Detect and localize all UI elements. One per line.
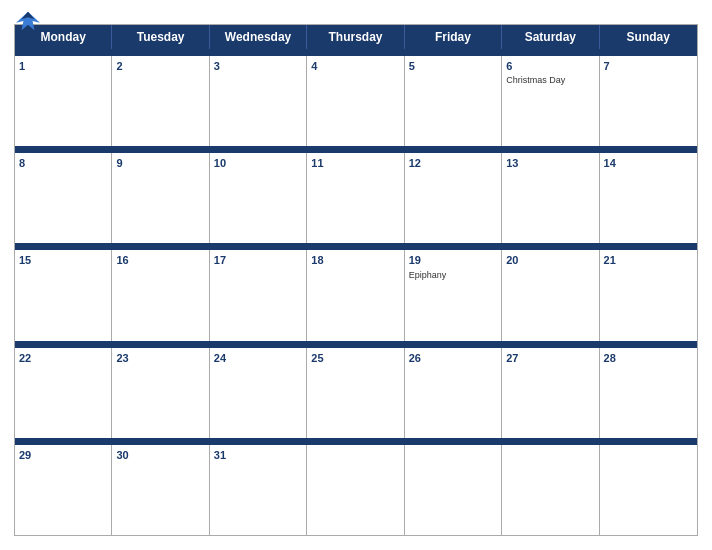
week-separator-4 [15, 438, 697, 445]
weekday-header-saturday: Saturday [502, 25, 599, 49]
day-number: 17 [214, 253, 302, 267]
cal-day-19: 19Epiphany [405, 250, 502, 340]
week-row-2: 1516171819Epiphany2021 [15, 250, 697, 340]
week-row-3: 22232425262728 [15, 348, 697, 438]
week-row-1: 891011121314 [15, 153, 697, 243]
day-number: 20 [506, 253, 594, 267]
cal-day-15: 15 [15, 250, 112, 340]
cal-day-23: 23 [112, 348, 209, 438]
week-separator-3 [15, 341, 697, 348]
cal-day-empty [307, 445, 404, 535]
day-number: 28 [604, 351, 693, 365]
cal-day-14: 14 [600, 153, 697, 243]
calendar-header [14, 10, 698, 18]
week-row-0: 123456Christmas Day7 [15, 56, 697, 146]
cal-day-2: 2 [112, 56, 209, 146]
day-number: 1 [19, 59, 107, 73]
day-number: 15 [19, 253, 107, 267]
cal-day-3: 3 [210, 56, 307, 146]
cal-day-9: 9 [112, 153, 209, 243]
day-number: 12 [409, 156, 497, 170]
cal-day-16: 16 [112, 250, 209, 340]
calendar-page: MondayTuesdayWednesdayThursdayFridaySatu… [0, 0, 712, 550]
day-number: 5 [409, 59, 497, 73]
day-number: 13 [506, 156, 594, 170]
cal-day-1: 1 [15, 56, 112, 146]
day-number: 10 [214, 156, 302, 170]
logo-bird-icon [14, 10, 42, 32]
day-number: 23 [116, 351, 204, 365]
weeks-container: 123456Christmas Day789101112131415161718… [15, 49, 697, 535]
cal-day-25: 25 [307, 348, 404, 438]
day-number: 14 [604, 156, 693, 170]
day-number: 25 [311, 351, 399, 365]
day-number: 2 [116, 59, 204, 73]
weekday-header-sunday: Sunday [600, 25, 697, 49]
cal-day-20: 20 [502, 250, 599, 340]
cal-day-30: 30 [112, 445, 209, 535]
cal-day-13: 13 [502, 153, 599, 243]
day-number: 30 [116, 448, 204, 462]
cal-day-8: 8 [15, 153, 112, 243]
day-event: Epiphany [409, 270, 497, 281]
cal-day-31: 31 [210, 445, 307, 535]
cal-day-6: 6Christmas Day [502, 56, 599, 146]
day-number: 21 [604, 253, 693, 267]
weekday-header-friday: Friday [405, 25, 502, 49]
day-number: 22 [19, 351, 107, 365]
day-number: 7 [604, 59, 693, 73]
week-separator-1 [15, 146, 697, 153]
day-number: 26 [409, 351, 497, 365]
cal-day-26: 26 [405, 348, 502, 438]
day-event: Christmas Day [506, 75, 594, 86]
cal-day-18: 18 [307, 250, 404, 340]
cal-day-11: 11 [307, 153, 404, 243]
weekday-header-wednesday: Wednesday [210, 25, 307, 49]
weekday-header-tuesday: Tuesday [112, 25, 209, 49]
day-number: 6 [506, 59, 594, 73]
day-number: 18 [311, 253, 399, 267]
week-separator-2 [15, 243, 697, 250]
cal-day-12: 12 [405, 153, 502, 243]
day-number: 11 [311, 156, 399, 170]
day-number: 31 [214, 448, 302, 462]
cal-day-22: 22 [15, 348, 112, 438]
week-row-4: 293031 [15, 445, 697, 535]
day-number: 24 [214, 351, 302, 365]
cal-day-27: 27 [502, 348, 599, 438]
cal-day-24: 24 [210, 348, 307, 438]
cal-day-10: 10 [210, 153, 307, 243]
day-number: 27 [506, 351, 594, 365]
cal-day-4: 4 [307, 56, 404, 146]
cal-day-empty [405, 445, 502, 535]
cal-day-7: 7 [600, 56, 697, 146]
day-number: 16 [116, 253, 204, 267]
day-number: 19 [409, 253, 497, 267]
cal-day-empty [502, 445, 599, 535]
generalblue-logo [14, 10, 42, 30]
cal-day-17: 17 [210, 250, 307, 340]
weekday-header-thursday: Thursday [307, 25, 404, 49]
week-separator-0 [15, 49, 697, 56]
day-number: 4 [311, 59, 399, 73]
cal-day-28: 28 [600, 348, 697, 438]
day-number: 29 [19, 448, 107, 462]
day-number: 8 [19, 156, 107, 170]
cal-day-21: 21 [600, 250, 697, 340]
cal-day-empty [600, 445, 697, 535]
weekday-header-row: MondayTuesdayWednesdayThursdayFridaySatu… [15, 25, 697, 49]
calendar-grid: MondayTuesdayWednesdayThursdayFridaySatu… [14, 24, 698, 536]
cal-day-5: 5 [405, 56, 502, 146]
day-number: 9 [116, 156, 204, 170]
cal-day-29: 29 [15, 445, 112, 535]
day-number: 3 [214, 59, 302, 73]
